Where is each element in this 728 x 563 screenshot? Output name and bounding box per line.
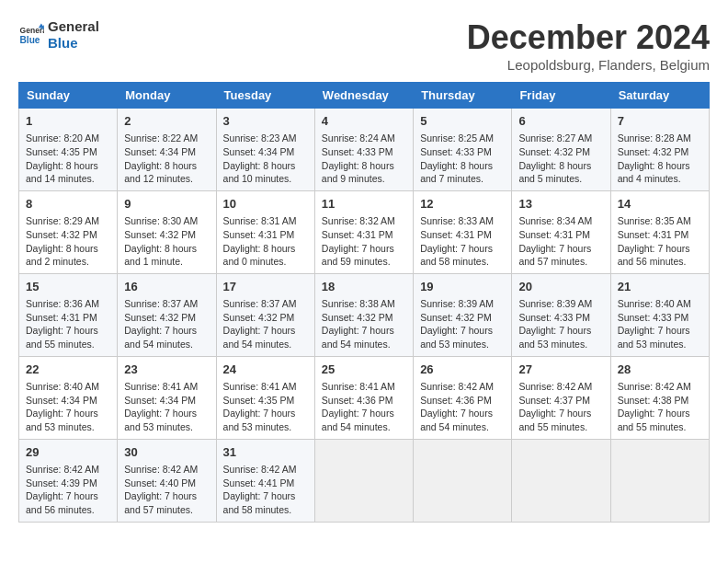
day-number: 8: [26, 196, 110, 213]
day-info: Sunrise: 8:42 AMSunset: 4:37 PMDaylight:…: [518, 380, 603, 434]
day-info: Sunrise: 8:35 AMSunset: 4:31 PMDaylight:…: [618, 214, 702, 269]
table-row: 16Sunrise: 8:37 AMSunset: 4:32 PMDayligh…: [118, 273, 216, 356]
day-number: 5: [420, 113, 505, 130]
day-number: 26: [420, 362, 505, 378]
table-row: 15Sunrise: 8:36 AMSunset: 4:31 PMDayligh…: [19, 273, 118, 356]
day-info: Sunrise: 8:41 AMSunset: 4:34 PMDaylight:…: [124, 380, 209, 434]
table-row: 27Sunrise: 8:42 AMSunset: 4:37 PMDayligh…: [512, 356, 610, 439]
logo-general: General: [48, 18, 99, 35]
table-row: 31Sunrise: 8:42 AMSunset: 4:41 PMDayligh…: [216, 439, 314, 522]
day-number: 16: [124, 279, 209, 295]
day-info: Sunrise: 8:27 AMSunset: 4:32 PMDaylight:…: [518, 132, 603, 186]
day-info: Sunrise: 8:25 AMSunset: 4:33 PMDaylight:…: [420, 132, 505, 186]
table-row: 26Sunrise: 8:42 AMSunset: 4:36 PMDayligh…: [414, 356, 512, 439]
table-row: 19Sunrise: 8:39 AMSunset: 4:32 PMDayligh…: [414, 273, 512, 356]
table-row: 10Sunrise: 8:31 AMSunset: 4:31 PMDayligh…: [216, 190, 314, 273]
svg-text:Blue: Blue: [20, 35, 40, 45]
day-number: 1: [26, 113, 110, 130]
day-number: 28: [618, 362, 702, 378]
day-info: Sunrise: 8:38 AMSunset: 4:32 PMDaylight:…: [322, 297, 406, 351]
day-number: 21: [618, 279, 702, 295]
table-row: 25Sunrise: 8:41 AMSunset: 4:36 PMDayligh…: [314, 356, 413, 439]
day-number: 2: [124, 113, 209, 130]
table-row: 8Sunrise: 8:29 AMSunset: 4:32 PMDaylight…: [19, 190, 118, 273]
day-info: Sunrise: 8:36 AMSunset: 4:31 PMDaylight:…: [26, 297, 110, 351]
calendar-week-row: 22Sunrise: 8:40 AMSunset: 4:34 PMDayligh…: [19, 356, 710, 439]
col-wednesday: Wednesday: [314, 83, 413, 109]
calendar-week-row: 1Sunrise: 8:20 AMSunset: 4:35 PMDaylight…: [19, 109, 710, 191]
day-number: 24: [223, 362, 308, 378]
day-number: 3: [223, 113, 308, 130]
day-number: 12: [420, 196, 505, 213]
day-info: Sunrise: 8:28 AMSunset: 4:32 PMDaylight:…: [618, 132, 702, 186]
day-number: 23: [124, 362, 209, 378]
table-row: 21Sunrise: 8:40 AMSunset: 4:33 PMDayligh…: [610, 273, 709, 356]
table-row: 2Sunrise: 8:22 AMSunset: 4:34 PMDaylight…: [118, 109, 216, 191]
day-info: Sunrise: 8:42 AMSunset: 4:41 PMDaylight:…: [223, 463, 308, 517]
day-number: 9: [124, 196, 209, 213]
day-number: 10: [223, 196, 308, 213]
table-row: 20Sunrise: 8:39 AMSunset: 4:33 PMDayligh…: [512, 273, 610, 356]
day-number: 14: [618, 196, 702, 213]
calendar-header-row: Sunday Monday Tuesday Wednesday Thursday…: [19, 83, 710, 109]
day-number: 22: [26, 362, 110, 378]
logo: General Blue General Blue: [18, 18, 99, 52]
col-saturday: Saturday: [610, 83, 709, 109]
title-area: December 2024 Leopoldsburg, Flanders, Be…: [467, 18, 710, 73]
day-number: 6: [518, 113, 603, 130]
calendar-table: Sunday Monday Tuesday Wednesday Thursday…: [18, 82, 710, 523]
day-info: Sunrise: 8:33 AMSunset: 4:31 PMDaylight:…: [420, 214, 505, 269]
day-number: 7: [618, 113, 702, 130]
day-info: Sunrise: 8:32 AMSunset: 4:31 PMDaylight:…: [322, 214, 406, 269]
table-row: [314, 439, 413, 522]
table-row: 23Sunrise: 8:41 AMSunset: 4:34 PMDayligh…: [118, 356, 216, 439]
calendar-week-row: 8Sunrise: 8:29 AMSunset: 4:32 PMDaylight…: [19, 190, 710, 273]
header: General Blue General Blue December 2024 …: [18, 18, 710, 73]
day-number: 19: [420, 279, 505, 295]
table-row: 28Sunrise: 8:42 AMSunset: 4:38 PMDayligh…: [610, 356, 709, 439]
table-row: 4Sunrise: 8:24 AMSunset: 4:33 PMDaylight…: [314, 109, 413, 191]
day-info: Sunrise: 8:39 AMSunset: 4:33 PMDaylight:…: [518, 297, 603, 351]
table-row: 29Sunrise: 8:42 AMSunset: 4:39 PMDayligh…: [19, 439, 118, 522]
day-info: Sunrise: 8:42 AMSunset: 4:38 PMDaylight:…: [618, 380, 702, 434]
day-info: Sunrise: 8:37 AMSunset: 4:32 PMDaylight:…: [223, 297, 308, 351]
day-info: Sunrise: 8:34 AMSunset: 4:31 PMDaylight:…: [518, 214, 603, 269]
table-row: 13Sunrise: 8:34 AMSunset: 4:31 PMDayligh…: [512, 190, 610, 273]
day-info: Sunrise: 8:42 AMSunset: 4:36 PMDaylight:…: [420, 380, 505, 434]
calendar-week-row: 15Sunrise: 8:36 AMSunset: 4:31 PMDayligh…: [19, 273, 710, 356]
col-sunday: Sunday: [19, 83, 118, 109]
table-row: [610, 439, 709, 522]
day-info: Sunrise: 8:37 AMSunset: 4:32 PMDaylight:…: [124, 297, 209, 351]
location: Leopoldsburg, Flanders, Belgium: [467, 57, 710, 73]
table-row: 30Sunrise: 8:42 AMSunset: 4:40 PMDayligh…: [118, 439, 216, 522]
day-number: 27: [518, 362, 603, 378]
day-info: Sunrise: 8:29 AMSunset: 4:32 PMDaylight:…: [26, 214, 110, 269]
day-info: Sunrise: 8:42 AMSunset: 4:39 PMDaylight:…: [26, 463, 110, 517]
day-number: 4: [322, 113, 406, 130]
day-number: 18: [322, 279, 406, 295]
month-title: December 2024: [467, 18, 710, 57]
table-row: 14Sunrise: 8:35 AMSunset: 4:31 PMDayligh…: [610, 190, 709, 273]
day-number: 17: [223, 279, 308, 295]
table-row: 22Sunrise: 8:40 AMSunset: 4:34 PMDayligh…: [19, 356, 118, 439]
day-number: 15: [26, 279, 110, 295]
table-row: 7Sunrise: 8:28 AMSunset: 4:32 PMDaylight…: [610, 109, 709, 191]
col-tuesday: Tuesday: [216, 83, 314, 109]
day-info: Sunrise: 8:40 AMSunset: 4:33 PMDaylight:…: [618, 297, 702, 351]
day-info: Sunrise: 8:42 AMSunset: 4:40 PMDaylight:…: [124, 463, 209, 517]
logo-blue: Blue: [48, 35, 99, 52]
day-info: Sunrise: 8:40 AMSunset: 4:34 PMDaylight:…: [26, 380, 110, 434]
table-row: 18Sunrise: 8:38 AMSunset: 4:32 PMDayligh…: [314, 273, 413, 356]
day-info: Sunrise: 8:24 AMSunset: 4:33 PMDaylight:…: [322, 132, 406, 186]
table-row: 5Sunrise: 8:25 AMSunset: 4:33 PMDaylight…: [414, 109, 512, 191]
day-number: 30: [124, 444, 209, 461]
col-monday: Monday: [118, 83, 216, 109]
table-row: 9Sunrise: 8:30 AMSunset: 4:32 PMDaylight…: [118, 190, 216, 273]
day-info: Sunrise: 8:41 AMSunset: 4:35 PMDaylight:…: [223, 380, 308, 434]
table-row: 11Sunrise: 8:32 AMSunset: 4:31 PMDayligh…: [314, 190, 413, 273]
day-info: Sunrise: 8:41 AMSunset: 4:36 PMDaylight:…: [322, 380, 406, 434]
table-row: 24Sunrise: 8:41 AMSunset: 4:35 PMDayligh…: [216, 356, 314, 439]
day-info: Sunrise: 8:31 AMSunset: 4:31 PMDaylight:…: [223, 214, 308, 269]
table-row: 1Sunrise: 8:20 AMSunset: 4:35 PMDaylight…: [19, 109, 118, 191]
col-friday: Friday: [512, 83, 610, 109]
